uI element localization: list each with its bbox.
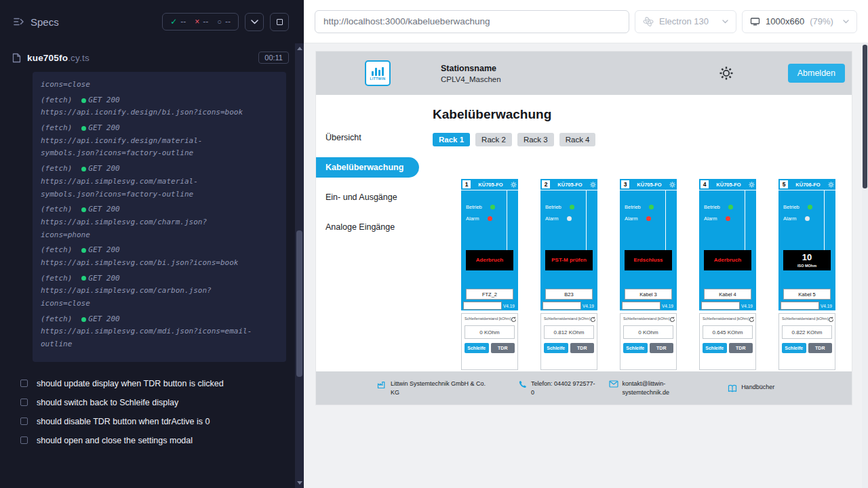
log-entry[interactable]: (fetch)GET 200 https://api.simplesvg.com… bbox=[41, 163, 278, 201]
measure-label: Schleifenwiderstand [kOhm] bbox=[465, 317, 511, 321]
factory-icon bbox=[377, 380, 387, 389]
reporter-header: Specs ✓-- ×-- ○-- bbox=[0, 0, 304, 43]
pending-count: ○-- bbox=[217, 17, 231, 26]
card-settings-icon[interactable] bbox=[511, 182, 517, 188]
log-overflow-line: icons=close bbox=[41, 79, 278, 92]
browser-select[interactable]: Electron 130 bbox=[635, 10, 736, 33]
schleife-button[interactable]: Schleife bbox=[544, 343, 568, 353]
betrieb-led bbox=[808, 205, 812, 209]
reporter-scrollbar[interactable] bbox=[295, 43, 304, 488]
aut-region: LITTWIN Stationsname CPLV4_Maschen bbox=[304, 43, 862, 488]
card-settings-icon[interactable] bbox=[590, 182, 596, 188]
request-status: GET 200 bbox=[88, 163, 119, 176]
test-item[interactable]: should open and close the settings modal bbox=[20, 431, 294, 450]
tdr-button[interactable]: TDR bbox=[808, 343, 833, 353]
tab-rack-1[interactable]: Rack 1 bbox=[433, 133, 470, 146]
footer-manuals[interactable]: Handbücher bbox=[728, 384, 774, 392]
card-model: KÜ706-FO bbox=[788, 182, 828, 188]
measure-value: 0.812 KOhm bbox=[544, 325, 594, 339]
alarm-led bbox=[567, 216, 572, 221]
card-settings-icon[interactable] bbox=[828, 182, 834, 188]
spec-file-row[interactable]: kue705fo.cy.ts 00:11 bbox=[0, 43, 304, 70]
footer-phone: Telefon: 04402 972577- 0 bbox=[518, 380, 595, 396]
request-url: https://api.simplesvg.com/material- symb… bbox=[41, 176, 278, 201]
fetch-label: (fetch) bbox=[41, 313, 72, 326]
sidebar-item-ein-und-ausgaenge[interactable]: Ein- und Ausgänge bbox=[316, 187, 422, 207]
card-model: KÜ705-FO bbox=[471, 182, 511, 188]
spec-extension: .cy.ts bbox=[68, 53, 90, 63]
collapse-button[interactable] bbox=[245, 13, 264, 31]
specs-button[interactable]: Specs bbox=[14, 16, 59, 28]
test-item[interactable]: should switch back to Schleife display bbox=[20, 393, 294, 412]
sidebar-item-analoge-eingaenge[interactable]: Analoge Eingänge bbox=[316, 217, 422, 237]
station-name: CPLV4_Maschen bbox=[441, 75, 501, 83]
schleife-button[interactable]: Schleife bbox=[703, 343, 727, 353]
refresh-icon[interactable] bbox=[669, 317, 675, 323]
scroll-down-icon[interactable] bbox=[297, 481, 302, 485]
betrieb-led bbox=[570, 205, 574, 209]
refresh-icon[interactable] bbox=[828, 317, 834, 323]
betrieb-label: Betrieb bbox=[704, 204, 720, 210]
aux-display bbox=[622, 302, 660, 310]
log-entry[interactable]: (fetch)GET 200 https://api.iconify.desig… bbox=[41, 94, 278, 119]
card-settings-icon[interactable] bbox=[669, 182, 675, 188]
tab-rack-4[interactable]: Rack 4 bbox=[559, 133, 596, 146]
log-entry[interactable]: (fetch)GET 200 https://api.simplesvg.com… bbox=[41, 272, 278, 310]
settings-gear-icon[interactable] bbox=[719, 66, 734, 81]
stop-button[interactable] bbox=[270, 13, 289, 31]
tdr-button[interactable]: TDR bbox=[570, 343, 595, 353]
log-entry[interactable]: (fetch)GET 200 https://api.simplesvg.com… bbox=[41, 203, 278, 241]
page-scrollbar[interactable] bbox=[862, 43, 868, 488]
sidebar-item-kabelueberwachung[interactable]: Kabelüberwachung bbox=[316, 157, 419, 178]
sidebar-item-uebersicht[interactable]: Übersicht bbox=[316, 127, 422, 148]
viewport-select[interactable]: 1000x660 (79%) bbox=[742, 10, 857, 33]
test-item[interactable]: should disable TDR button when tdrActive… bbox=[20, 412, 294, 431]
check-icon: ✓ bbox=[170, 17, 177, 26]
card-number: 2 bbox=[542, 180, 550, 188]
page-title: Kabelüberwachung bbox=[433, 107, 852, 122]
status-display: Aderbruch bbox=[466, 250, 513, 270]
url-input[interactable] bbox=[323, 16, 620, 26]
scrollbar-thumb[interactable] bbox=[863, 45, 867, 188]
firmware-version: V4.19 bbox=[740, 304, 754, 308]
logout-button[interactable]: Abmelden bbox=[788, 64, 845, 83]
log-entry[interactable]: (fetch)GET 200 https://api.simplesvg.com… bbox=[41, 244, 278, 269]
company-name: Littwin Systemtechnik GmbH & Co. KG bbox=[391, 380, 494, 396]
scroll-up-icon[interactable] bbox=[297, 47, 302, 50]
card-number: 1 bbox=[462, 180, 471, 188]
log-entry[interactable]: (fetch)GET 200 https://api.iconify.desig… bbox=[41, 122, 278, 160]
alarm-led bbox=[726, 216, 730, 221]
card-settings-icon[interactable] bbox=[749, 182, 755, 188]
scrollbar-thumb[interactable] bbox=[296, 230, 302, 377]
refresh-icon[interactable] bbox=[590, 317, 596, 323]
test-item[interactable]: should update display when TDR button is… bbox=[20, 374, 294, 393]
cable-name: FTZ_2 bbox=[466, 289, 513, 300]
logo-text: LITTWIN bbox=[370, 77, 385, 81]
tab-rack-3[interactable]: Rack 3 bbox=[517, 133, 554, 146]
littwin-logo: LITTWIN bbox=[365, 60, 391, 86]
fetch-label: (fetch) bbox=[41, 163, 72, 176]
run-controls: ✓-- ×-- ○-- bbox=[162, 13, 289, 31]
schleife-button[interactable]: Schleife bbox=[782, 343, 806, 353]
tdr-button[interactable]: TDR bbox=[729, 343, 753, 353]
cypress-reporter: Specs ✓-- ×-- ○-- kue705fo.cy.ts bbox=[0, 0, 304, 488]
refresh-icon[interactable] bbox=[511, 317, 517, 323]
file-icon bbox=[12, 53, 21, 63]
refresh-icon[interactable] bbox=[749, 317, 755, 323]
aux-display bbox=[781, 302, 819, 310]
tab-rack-2[interactable]: Rack 2 bbox=[475, 133, 512, 146]
tdr-button[interactable]: TDR bbox=[650, 343, 674, 353]
tdr-button[interactable]: TDR bbox=[491, 343, 515, 353]
test-state-icon bbox=[20, 380, 28, 387]
log-entry[interactable]: (fetch)GET 200 https://api.simplesvg.com… bbox=[41, 313, 278, 351]
fetch-label: (fetch) bbox=[41, 203, 72, 216]
app-body: Übersicht Kabelüberwachung Ein- und Ausg… bbox=[316, 95, 852, 371]
schleife-button[interactable]: Schleife bbox=[465, 343, 489, 353]
firmware-version: V4.19 bbox=[581, 304, 595, 308]
request-url: https://api.simplesvg.com/charm.json? ic… bbox=[41, 216, 278, 241]
measure-value: 0 KOhm bbox=[623, 325, 673, 339]
schleife-button[interactable]: Schleife bbox=[623, 343, 648, 353]
rack-tabs: Rack 1 Rack 2 Rack 3 Rack 4 bbox=[433, 133, 852, 146]
specs-list-icon bbox=[14, 16, 24, 27]
failed-count: ×-- bbox=[195, 17, 208, 26]
